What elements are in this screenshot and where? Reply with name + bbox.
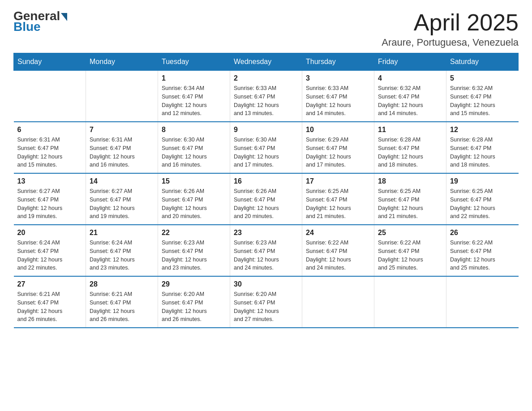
calendar-cell-r5-c2: 28Sunrise: 6:21 AM Sunset: 6:47 PM Dayli…	[86, 276, 158, 328]
day-info: Sunrise: 6:27 AM Sunset: 6:47 PM Dayligh…	[17, 187, 82, 221]
day-number: 4	[378, 74, 442, 82]
day-number: 8	[162, 126, 226, 134]
day-number: 9	[234, 126, 298, 134]
col-header-monday: Monday	[86, 53, 158, 71]
calendar-table: Sunday Monday Tuesday Wednesday Thursday…	[13, 53, 519, 328]
day-info: Sunrise: 6:31 AM Sunset: 6:47 PM Dayligh…	[90, 136, 154, 169]
day-info: Sunrise: 6:24 AM Sunset: 6:47 PM Dayligh…	[90, 239, 154, 272]
day-info: Sunrise: 6:26 AM Sunset: 6:47 PM Dayligh…	[162, 187, 226, 221]
calendar-cell-r1-c4: 2Sunrise: 6:33 AM Sunset: 6:47 PM Daylig…	[230, 71, 302, 122]
calendar-cell-r3-c2: 14Sunrise: 6:27 AM Sunset: 6:47 PM Dayli…	[86, 173, 158, 225]
calendar-cell-r5-c4: 30Sunrise: 6:20 AM Sunset: 6:47 PM Dayli…	[230, 276, 302, 328]
day-info: Sunrise: 6:33 AM Sunset: 6:47 PM Dayligh…	[234, 84, 298, 118]
day-number: 25	[378, 229, 442, 237]
calendar-row-1: 1Sunrise: 6:34 AM Sunset: 6:47 PM Daylig…	[14, 71, 519, 122]
title-block: April 2025 Araure, Portuguesa, Venezuela	[382, 9, 519, 48]
calendar-cell-r4-c7: 26Sunrise: 6:22 AM Sunset: 6:47 PM Dayli…	[446, 225, 519, 276]
day-info: Sunrise: 6:32 AM Sunset: 6:47 PM Dayligh…	[450, 84, 515, 118]
day-info: Sunrise: 6:25 AM Sunset: 6:47 PM Dayligh…	[306, 187, 370, 221]
calendar-cell-r2-c6: 11Sunrise: 6:28 AM Sunset: 6:47 PM Dayli…	[374, 122, 446, 173]
calendar-cell-r1-c2	[86, 71, 158, 122]
day-number: 19	[450, 177, 515, 185]
day-info: Sunrise: 6:28 AM Sunset: 6:47 PM Dayligh…	[450, 136, 515, 169]
calendar-cell-r3-c7: 19Sunrise: 6:25 AM Sunset: 6:47 PM Dayli…	[446, 173, 519, 225]
day-number: 7	[90, 126, 154, 134]
day-number: 30	[234, 280, 298, 288]
calendar-row-3: 13Sunrise: 6:27 AM Sunset: 6:47 PM Dayli…	[14, 173, 519, 225]
month-title: April 2025	[382, 9, 519, 36]
calendar-cell-r3-c4: 16Sunrise: 6:26 AM Sunset: 6:47 PM Dayli…	[230, 173, 302, 225]
calendar-row-4: 20Sunrise: 6:24 AM Sunset: 6:47 PM Dayli…	[14, 225, 519, 276]
calendar-row-2: 6Sunrise: 6:31 AM Sunset: 6:47 PM Daylig…	[14, 122, 519, 173]
calendar-cell-r4-c5: 24Sunrise: 6:22 AM Sunset: 6:47 PM Dayli…	[302, 225, 374, 276]
calendar-header-row: Sunday Monday Tuesday Wednesday Thursday…	[14, 53, 519, 71]
day-info: Sunrise: 6:20 AM Sunset: 6:47 PM Dayligh…	[162, 290, 226, 324]
calendar-cell-r1-c3: 1Sunrise: 6:34 AM Sunset: 6:47 PM Daylig…	[158, 71, 230, 122]
calendar-row-5: 27Sunrise: 6:21 AM Sunset: 6:47 PM Dayli…	[14, 276, 519, 328]
day-number: 29	[162, 280, 226, 288]
calendar-cell-r2-c1: 6Sunrise: 6:31 AM Sunset: 6:47 PM Daylig…	[14, 122, 86, 173]
calendar-cell-r2-c7: 12Sunrise: 6:28 AM Sunset: 6:47 PM Dayli…	[446, 122, 519, 173]
col-header-tuesday: Tuesday	[158, 53, 230, 71]
day-info: Sunrise: 6:29 AM Sunset: 6:47 PM Dayligh…	[306, 136, 370, 169]
day-info: Sunrise: 6:30 AM Sunset: 6:47 PM Dayligh…	[234, 136, 298, 169]
day-number: 20	[17, 229, 82, 237]
day-number: 13	[17, 177, 82, 185]
col-header-thursday: Thursday	[302, 53, 374, 71]
day-info: Sunrise: 6:34 AM Sunset: 6:47 PM Dayligh…	[162, 84, 226, 118]
calendar-cell-r4-c3: 22Sunrise: 6:23 AM Sunset: 6:47 PM Dayli…	[158, 225, 230, 276]
day-number: 28	[90, 280, 154, 288]
calendar-cell-r5-c5	[302, 276, 374, 328]
day-number: 1	[162, 74, 226, 82]
logo-blue-text: Blue	[13, 20, 41, 34]
day-number: 3	[306, 74, 370, 82]
calendar-cell-r2-c2: 7Sunrise: 6:31 AM Sunset: 6:47 PM Daylig…	[86, 122, 158, 173]
day-info: Sunrise: 6:24 AM Sunset: 6:47 PM Dayligh…	[17, 239, 82, 272]
day-number: 11	[378, 126, 442, 134]
day-number: 26	[450, 229, 515, 237]
day-number: 21	[90, 229, 154, 237]
day-info: Sunrise: 6:28 AM Sunset: 6:47 PM Dayligh…	[378, 136, 442, 169]
day-info: Sunrise: 6:21 AM Sunset: 6:47 PM Dayligh…	[17, 290, 82, 324]
day-info: Sunrise: 6:22 AM Sunset: 6:47 PM Dayligh…	[378, 239, 442, 272]
col-header-saturday: Saturday	[446, 53, 519, 71]
calendar-cell-r4-c4: 23Sunrise: 6:23 AM Sunset: 6:47 PM Dayli…	[230, 225, 302, 276]
day-number: 22	[162, 229, 226, 237]
day-number: 24	[306, 229, 370, 237]
calendar-cell-r5-c6	[374, 276, 446, 328]
col-header-friday: Friday	[374, 53, 446, 71]
calendar-cell-r4-c1: 20Sunrise: 6:24 AM Sunset: 6:47 PM Dayli…	[14, 225, 86, 276]
calendar-cell-r1-c6: 4Sunrise: 6:32 AM Sunset: 6:47 PM Daylig…	[374, 71, 446, 122]
calendar-cell-r3-c6: 18Sunrise: 6:25 AM Sunset: 6:47 PM Dayli…	[374, 173, 446, 225]
calendar-cell-r4-c2: 21Sunrise: 6:24 AM Sunset: 6:47 PM Dayli…	[86, 225, 158, 276]
logo-arrow-icon	[61, 13, 67, 21]
day-info: Sunrise: 6:32 AM Sunset: 6:47 PM Dayligh…	[378, 84, 442, 118]
day-number: 6	[17, 126, 82, 134]
calendar-cell-r5-c3: 29Sunrise: 6:20 AM Sunset: 6:47 PM Dayli…	[158, 276, 230, 328]
calendar-cell-r3-c1: 13Sunrise: 6:27 AM Sunset: 6:47 PM Dayli…	[14, 173, 86, 225]
day-number: 16	[234, 177, 298, 185]
col-header-wednesday: Wednesday	[230, 53, 302, 71]
day-number: 5	[450, 74, 515, 82]
calendar-cell-r4-c6: 25Sunrise: 6:22 AM Sunset: 6:47 PM Dayli…	[374, 225, 446, 276]
day-info: Sunrise: 6:30 AM Sunset: 6:47 PM Dayligh…	[162, 136, 226, 169]
day-info: Sunrise: 6:25 AM Sunset: 6:47 PM Dayligh…	[378, 187, 442, 221]
day-info: Sunrise: 6:26 AM Sunset: 6:47 PM Dayligh…	[234, 187, 298, 221]
day-number: 14	[90, 177, 154, 185]
day-info: Sunrise: 6:22 AM Sunset: 6:47 PM Dayligh…	[306, 239, 370, 272]
calendar-cell-r1-c7: 5Sunrise: 6:32 AM Sunset: 6:47 PM Daylig…	[446, 71, 519, 122]
day-number: 2	[234, 74, 298, 82]
day-info: Sunrise: 6:23 AM Sunset: 6:47 PM Dayligh…	[234, 239, 298, 272]
day-info: Sunrise: 6:20 AM Sunset: 6:47 PM Dayligh…	[234, 290, 298, 324]
col-header-sunday: Sunday	[14, 53, 86, 71]
day-number: 12	[450, 126, 515, 134]
day-number: 10	[306, 126, 370, 134]
day-info: Sunrise: 6:25 AM Sunset: 6:47 PM Dayligh…	[450, 187, 515, 221]
day-number: 18	[378, 177, 442, 185]
location-title: Araure, Portuguesa, Venezuela	[382, 37, 519, 48]
calendar-cell-r5-c7	[446, 276, 519, 328]
day-info: Sunrise: 6:21 AM Sunset: 6:47 PM Dayligh…	[90, 290, 154, 324]
day-number: 23	[234, 229, 298, 237]
page-header: General Blue April 2025 Araure, Portugue…	[13, 9, 519, 48]
day-info: Sunrise: 6:23 AM Sunset: 6:47 PM Dayligh…	[162, 239, 226, 272]
